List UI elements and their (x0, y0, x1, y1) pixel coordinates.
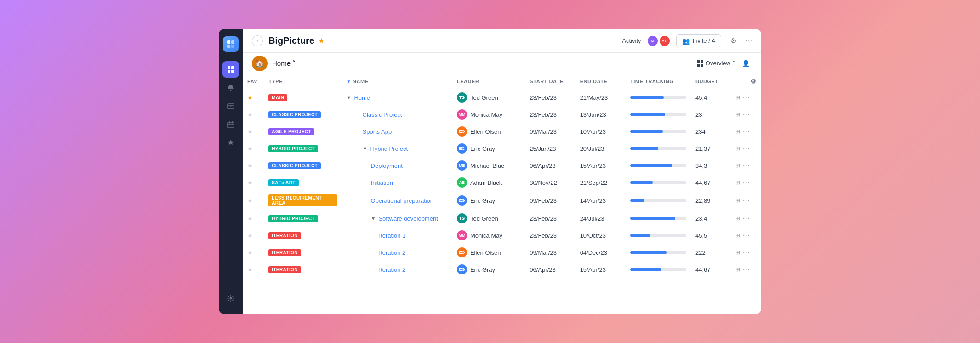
favorite-star-4[interactable]: ★ (247, 162, 253, 169)
name-text-10[interactable]: Iteration 2 (379, 266, 406, 273)
name-text-8[interactable]: Iteration 1 (379, 232, 406, 239)
name-text-3[interactable]: Hybrid Project (370, 145, 408, 152)
favorite-star[interactable]: ★ (318, 36, 325, 45)
subheader: 🏠 Home ˅ Overview ˅ 👤 (243, 53, 761, 74)
row-name-1[interactable]: — Classic Project (347, 111, 448, 118)
expand-arrow-0[interactable]: ▼ (347, 95, 352, 100)
row-name-3[interactable]: — ▼ Hybrid Project (347, 145, 448, 152)
row-grid-icon-8[interactable]: ⊞ (735, 232, 740, 239)
column-settings-icon[interactable]: ⚙ (750, 78, 757, 85)
row-grid-icon-1[interactable]: ⊞ (735, 111, 740, 118)
progress-fill-8 (630, 234, 650, 237)
overview-button[interactable]: Overview ˅ (696, 60, 735, 67)
sidebar-icon-calendar[interactable] (222, 116, 239, 133)
sidebar-icon-inbox[interactable] (222, 98, 239, 114)
row-grid-icon-0[interactable]: ⊞ (735, 94, 740, 101)
favorite-star-6[interactable]: ★ (247, 197, 253, 204)
name-text-9[interactable]: Iteration 2 (379, 249, 406, 256)
name-text-6[interactable]: Operational preparation (371, 197, 434, 204)
type-badge-3: HYBRID PROJECT (268, 145, 318, 152)
leader-name-3: Eric Gray (470, 145, 495, 152)
name-text-5[interactable]: Initiation (371, 179, 393, 186)
name-text-2[interactable]: Sports App (363, 128, 392, 135)
sidebar-icon-settings-bottom[interactable] (222, 290, 239, 307)
row-name-4[interactable]: — Deployment (347, 162, 448, 169)
row-more-icon-10[interactable]: ··· (743, 266, 750, 273)
row-more-icon-8[interactable]: ··· (743, 232, 750, 239)
favorite-star-2[interactable]: ★ (247, 128, 253, 135)
favorite-star-8[interactable]: ★ (247, 232, 253, 239)
row-actions-7: ⊞ ··· (735, 215, 757, 222)
favorite-star-7[interactable]: ★ (247, 215, 253, 222)
leader-avatar-6: EG (457, 195, 467, 206)
favorite-star-5[interactable]: ★ (247, 179, 253, 186)
row-more-icon-4[interactable]: ··· (743, 162, 750, 169)
expand-arrow-7[interactable]: ▼ (371, 216, 376, 221)
app-title: BigPicture (268, 35, 314, 46)
progress-track-6 (630, 199, 686, 202)
favorite-star-10[interactable]: ★ (247, 266, 253, 273)
row-grid-icon-5[interactable]: ⊞ (735, 179, 740, 186)
svg-rect-2 (227, 45, 230, 48)
svg-rect-12 (701, 60, 703, 63)
row-grid-icon-4[interactable]: ⊞ (735, 162, 740, 169)
sidebar-icon-star[interactable] (222, 135, 239, 151)
collapse-button[interactable]: ‹ (252, 35, 263, 46)
row-more-icon-5[interactable]: ··· (743, 179, 750, 186)
expand-arrow-3[interactable]: ▼ (363, 146, 368, 151)
sidebar-icon-bell[interactable] (222, 80, 239, 96)
row-name-6[interactable]: — Operational preparation (347, 197, 448, 204)
progress-bar-7 (630, 217, 686, 220)
row-more-icon-9[interactable]: ··· (743, 249, 750, 256)
favorite-star-9[interactable]: ★ (247, 249, 253, 256)
name-text-1[interactable]: Classic Project (363, 111, 402, 118)
row-grid-icon-3[interactable]: ⊞ (735, 145, 740, 152)
leader-cell-5: AB Adam Black (457, 177, 520, 188)
row-grid-icon-6[interactable]: ⊞ (735, 197, 740, 204)
row-grid-icon-10[interactable]: ⊞ (735, 266, 740, 273)
row-more-icon-1[interactable]: ··· (743, 111, 750, 118)
name-text-4[interactable]: Deployment (371, 162, 403, 169)
favorite-star-1[interactable]: ★ (247, 111, 253, 118)
row-name-7[interactable]: — ▼ Software development (347, 215, 448, 222)
row-name-0[interactable]: ▼ Home (347, 94, 448, 101)
end-date-1: 13/Jun/23 (575, 106, 626, 123)
settings-button[interactable]: ⚙ (727, 34, 741, 48)
user-icon-button[interactable]: 👤 (739, 57, 752, 70)
th-settings[interactable]: ⚙ (731, 74, 761, 89)
name-text-7[interactable]: Software development (378, 215, 438, 222)
invite-button[interactable]: 👥 Invite / 4 (676, 34, 721, 47)
favorite-star-3[interactable]: ★ (247, 145, 253, 152)
th-name[interactable]: ▼ NAME (342, 74, 452, 89)
progress-bar-6 (630, 199, 686, 202)
progress-track-7 (630, 217, 686, 220)
progress-bar-0 (630, 96, 686, 99)
row-more-icon-0[interactable]: ··· (743, 94, 750, 101)
start-date-9: 09/Mar/23 (525, 244, 575, 261)
table-row: ★ITERATION — Iteration 1 MM Monica May 2… (243, 227, 761, 244)
end-date-7: 24/Jul/23 (575, 210, 626, 227)
type-badge-0: MAIN (268, 94, 287, 101)
favorite-star-0[interactable]: ★ (247, 94, 253, 101)
home-label[interactable]: Home ˅ (272, 59, 296, 68)
more-options-button[interactable]: ··· (746, 37, 752, 45)
sidebar-icon-grid[interactable] (222, 61, 239, 78)
row-name-8[interactable]: — Iteration 1 (347, 232, 448, 239)
row-name-10[interactable]: — Iteration 2 (347, 266, 448, 273)
row-grid-icon-9[interactable]: ⊞ (735, 249, 740, 256)
th-budget: BUDGET (691, 74, 731, 89)
row-more-icon-3[interactable]: ··· (743, 145, 750, 152)
indent-arrow-10: — (371, 267, 376, 272)
app-logo[interactable] (223, 36, 239, 52)
name-text-0[interactable]: Home (354, 94, 370, 101)
row-name-5[interactable]: — Initiation (347, 179, 448, 186)
row-more-icon-7[interactable]: ··· (743, 215, 750, 222)
row-grid-icon-2[interactable]: ⊞ (735, 128, 740, 135)
row-more-icon-2[interactable]: ··· (743, 128, 750, 135)
row-name-2[interactable]: — Sports App (347, 128, 448, 135)
progress-track-4 (630, 164, 686, 167)
row-name-9[interactable]: — Iteration 2 (347, 249, 448, 256)
end-date-0: 21/May/23 (575, 89, 626, 106)
row-grid-icon-7[interactable]: ⊞ (735, 215, 740, 222)
row-more-icon-6[interactable]: ··· (743, 197, 750, 204)
